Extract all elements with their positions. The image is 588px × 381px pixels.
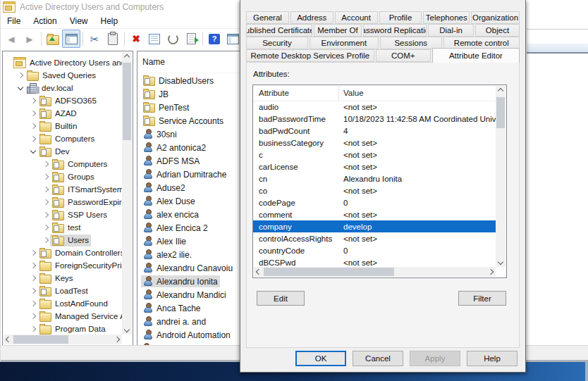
tree-item-managed-service-acc[interactable]: Managed Service Acc (3, 310, 122, 323)
tree-item-itsmartsystem[interactable]: ITSmartSystem (3, 183, 122, 196)
chevron-right-icon[interactable] (30, 275, 36, 281)
tab-general[interactable]: General (246, 11, 289, 24)
tab-environment[interactable]: Environment (310, 37, 379, 49)
tab-password-replication[interactable]: Password Replication (363, 24, 427, 37)
tree-item-program-data[interactable]: Program Data (3, 323, 122, 335)
scroll-up-icon[interactable] (124, 54, 130, 60)
chevron-right-icon[interactable] (30, 313, 36, 319)
chevron-right-icon[interactable] (30, 111, 36, 116)
properties-button[interactable] (145, 30, 164, 48)
chevron-right-icon[interactable] (43, 199, 49, 205)
chevron-down-icon[interactable] (18, 84, 23, 89)
attribute-row-company[interactable]: companydevelop (253, 220, 496, 232)
cut-button[interactable] (85, 30, 104, 48)
tree-item-computers[interactable]: Computers (3, 132, 122, 145)
tab-dial-in[interactable]: Dial-in (428, 24, 474, 37)
chevron-right-icon[interactable] (30, 250, 36, 256)
chevron-right-icon[interactable] (43, 212, 49, 218)
attribute-row-badpasswordtime[interactable]: badPasswordTime10/18/2023 11:42:58 AM Co… (253, 113, 496, 125)
scroll-thumb[interactable] (123, 63, 131, 140)
tree-item-dev-local[interactable]: dev.local (3, 82, 122, 94)
tab-remote-desktop-services-profile[interactable]: Remote Desktop Services Profile (246, 49, 374, 62)
attribute-row-audio[interactable]: audio<not set> (253, 101, 496, 113)
chevron-right-icon[interactable] (43, 161, 49, 167)
export-list-button[interactable] (182, 30, 200, 48)
attribute-row-controlaccessrights[interactable]: controlAccessRights<not set> (253, 232, 496, 244)
chevron-right-icon[interactable] (30, 326, 36, 332)
scroll-thumb[interactable] (13, 335, 68, 344)
tree-item-azad[interactable]: AZAD (3, 107, 122, 120)
tab-com[interactable]: COM+ (376, 49, 431, 62)
chevron-right-icon[interactable] (30, 263, 36, 268)
tab-attribute-editor[interactable]: Attribute Editor (432, 48, 520, 63)
chevron-right-icon[interactable] (43, 174, 49, 180)
attribute-row-businesscategory[interactable]: businessCategory<not set> (253, 137, 496, 149)
chevron-right-icon[interactable] (30, 98, 36, 104)
attributes-vertical-scrollbar[interactable] (496, 86, 506, 267)
tree-item-groups[interactable]: Groups (3, 170, 122, 183)
chevron-right-icon[interactable] (30, 301, 36, 306)
chevron-right-icon[interactable] (18, 73, 23, 78)
scroll-left-icon[interactable] (256, 269, 262, 275)
menu-action[interactable]: Action (27, 15, 63, 28)
tree-item-dev[interactable]: Dev (3, 145, 122, 158)
tree-item-active-directory-users-and-c[interactable]: Active Directory Users and C (3, 56, 122, 69)
tree-item-foreignsecurityprinci[interactable]: ForeignSecurityPrinci (3, 259, 122, 272)
tree-item-users[interactable]: Users (3, 234, 122, 246)
ok-button[interactable]: OK (295, 351, 346, 366)
chevron-right-icon[interactable] (30, 123, 36, 129)
tab-published-certificates[interactable]: Published Certificates (246, 24, 312, 37)
menu-file[interactable]: File (1, 15, 27, 28)
tree-item-ssp-users[interactable]: SSP Users (3, 208, 122, 221)
forward-button[interactable] (20, 30, 39, 48)
attribute-row-carlicense[interactable]: carLicense<not set> (253, 161, 496, 173)
tree-item-domain-controllers[interactable]: Domain Controllers (3, 246, 122, 259)
scroll-down-icon[interactable] (124, 327, 130, 332)
chevron-down-icon[interactable] (30, 147, 36, 153)
tab-account[interactable]: Account (335, 11, 378, 24)
scroll-up-icon[interactable] (498, 88, 503, 94)
chevron-right-icon[interactable] (30, 288, 36, 294)
attribute-row-cn[interactable]: cnAlexandru Ionita (253, 173, 496, 185)
attribute-row-co[interactable]: co<not set> (253, 185, 496, 196)
tree-item-computers[interactable]: Computers (3, 158, 122, 170)
tree-item-lostandfound[interactable]: LostAndFound (3, 297, 122, 310)
value-column-header[interactable]: Value (339, 89, 506, 97)
scroll-thumb[interactable] (264, 268, 394, 276)
apply-button[interactable]: Apply (410, 351, 460, 366)
attribute-row-badpwdcount[interactable]: badPwdCount4 (253, 125, 496, 137)
tree-horizontal-scrollbar[interactable] (4, 335, 122, 344)
refresh-button[interactable] (164, 30, 182, 48)
attribute-row-comment[interactable]: comment<not set> (253, 208, 496, 220)
attribute-row-codepage[interactable]: codePage0 (253, 196, 496, 208)
filter-button[interactable]: Filter (458, 291, 506, 306)
help-button[interactable]: Help (467, 351, 517, 366)
scroll-down-icon[interactable] (498, 259, 503, 265)
menu-help[interactable]: Help (94, 15, 125, 28)
tree-item-adfso365[interactable]: ADFSO365 (3, 94, 122, 107)
scroll-right-icon[interactable] (488, 269, 494, 275)
attribute-column-header[interactable]: Attribute (253, 86, 339, 101)
chevron-right-icon[interactable] (43, 237, 49, 243)
cancel-button[interactable]: Cancel (353, 351, 403, 366)
up-one-level-button[interactable] (44, 30, 62, 48)
scroll-left-icon[interactable] (6, 337, 11, 342)
tree-item-keys[interactable]: Keys (3, 272, 122, 285)
tab-telephones[interactable]: Telephones (423, 11, 470, 24)
attribute-row-c[interactable]: c<not set> (253, 149, 496, 161)
tab-profile[interactable]: Profile (379, 11, 422, 24)
tab-security[interactable]: Security (246, 37, 308, 49)
back-button[interactable] (2, 30, 20, 48)
tab-object[interactable]: Object (475, 24, 520, 37)
scroll-right-icon[interactable] (114, 337, 120, 342)
show-console-tree-button[interactable] (62, 30, 80, 48)
menu-view[interactable]: View (63, 15, 94, 28)
attribute-row-countrycode[interactable]: countryCode0 (253, 244, 496, 256)
tree-item-test[interactable]: test (3, 221, 122, 234)
tree-item-passwordexpiratio[interactable]: PasswordExpiratio (3, 196, 122, 208)
tab-address[interactable]: Address (290, 11, 333, 24)
tab-organization[interactable]: Organization (471, 11, 520, 24)
attributes-horizontal-scrollbar[interactable] (254, 267, 496, 277)
tree-item-builtin[interactable]: Builtin (3, 120, 122, 132)
chevron-right-icon[interactable] (43, 225, 49, 230)
